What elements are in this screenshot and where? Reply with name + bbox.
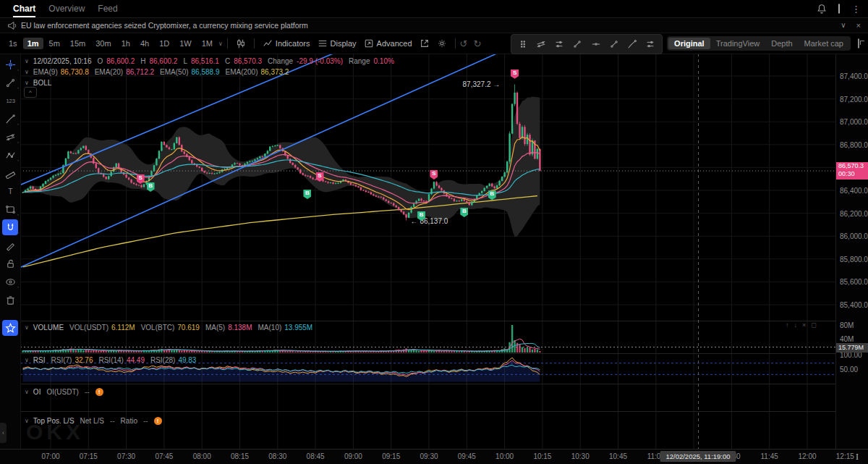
indicators-icon (263, 38, 273, 48)
current-volume-tag: 15.779M (836, 343, 868, 353)
pane-maximize-icon[interactable]: ◻ (811, 321, 816, 329)
advanced-button[interactable]: Advanced (360, 37, 416, 50)
tool-ruler[interactable] (2, 165, 18, 181)
sidebar-collapse-handle[interactable]: ‹ (0, 423, 7, 443)
legend-label: EMA(200) (225, 68, 258, 76)
pane-move-up-icon[interactable]: ↑ (786, 321, 789, 329)
timeframe-5m[interactable]: 5m (45, 38, 64, 49)
display-icon (318, 38, 328, 48)
view-tradingview[interactable]: TradingView (710, 38, 766, 49)
view-market-cap[interactable]: Market cap (799, 38, 849, 49)
pane-close-icon[interactable]: × (802, 321, 806, 329)
oi-title: OI (33, 388, 41, 396)
more-menu-icon[interactable]: ⋮ (851, 4, 861, 14)
horizontal-line-icon[interactable] (587, 37, 604, 51)
tool-numbers[interactable]: 123 (2, 93, 18, 109)
tool-brush[interactable]: › (2, 111, 18, 127)
chart-style-button[interactable] (232, 37, 250, 50)
tool-shapes[interactable]: › (2, 201, 18, 217)
oi-usdt-value: -- (85, 388, 90, 396)
trend-segment-icon[interactable] (569, 37, 586, 51)
tool-magnet[interactable]: › (2, 219, 18, 235)
timeframe-1W[interactable]: 1W (175, 38, 196, 49)
maximize-icon[interactable] (838, 4, 840, 13)
timeframe-dropdown-icon[interactable]: ∨ (218, 41, 223, 47)
time-tick: 08:00 (193, 452, 211, 460)
share-chart-button[interactable] (416, 37, 433, 50)
tab-overview[interactable]: Overview (48, 0, 85, 17)
crosshair-time-badge: 12/02/2025, 11:19:00 (660, 451, 736, 462)
tool-text[interactable]: T (2, 183, 18, 199)
time-tick: 09:45 (458, 452, 476, 460)
collapse-ema-legend-icon[interactable]: ∨ (25, 69, 29, 75)
channel-tool-icon[interactable] (532, 37, 549, 51)
tool-trend-line[interactable]: › (2, 75, 18, 90)
ray-tool-icon[interactable] (605, 37, 622, 51)
time-tick: 09:30 (420, 452, 438, 460)
time-axis[interactable]: 12/02/2025, 11:19:00 I 07:0007:1507:3007… (0, 449, 868, 464)
collapse-toppos-pane-icon[interactable]: ∨ (25, 418, 29, 424)
volume-tick: 40M (840, 335, 854, 343)
toppos-warning-icon[interactable]: ! (154, 417, 162, 425)
legend-label: RSI(7) (51, 356, 72, 364)
tool-patterns[interactable]: › (2, 147, 18, 163)
time-tick: 12:00 (798, 452, 816, 460)
collapse-news-icon[interactable]: ∨ (841, 21, 846, 30)
tab-feed[interactable]: Feed (98, 0, 117, 17)
undo-icon[interactable]: ↺ (460, 38, 468, 49)
collapse-indicators-button[interactable]: ^ (24, 87, 37, 98)
collapse-rsi-pane-icon[interactable]: ∨ (25, 357, 29, 363)
legend-value: 86,730.8 (61, 68, 89, 76)
tab-chart[interactable]: Chart (13, 0, 35, 17)
settings-button[interactable] (433, 37, 451, 50)
window-controls: ⋮ (817, 4, 868, 14)
timeframe-1M[interactable]: 1M (197, 38, 217, 49)
brush-tool-icon[interactable] (624, 37, 641, 51)
price-tick: 86,200.0 (840, 210, 868, 218)
collapse-main-legend-icon[interactable]: ∨ (25, 58, 29, 64)
tool-draw[interactable] (2, 237, 18, 253)
share-icon (420, 38, 430, 48)
price-tick: 86,800.0 (840, 141, 868, 149)
view-depth[interactable]: Depth (765, 38, 798, 49)
timeframe-1m[interactable]: 1m (23, 38, 43, 49)
oi-warning-icon[interactable]: ! (95, 388, 103, 396)
tool-delete[interactable] (2, 292, 18, 308)
view-original[interactable]: Original (668, 38, 710, 49)
display-button[interactable]: Display (314, 37, 360, 50)
timeframe-1D[interactable]: 1D (155, 38, 174, 49)
tool-crosshair[interactable]: › (2, 56, 18, 72)
expand-chart-icon[interactable] (858, 39, 859, 48)
timeframe-1s[interactable]: 1s (4, 38, 22, 49)
time-tick: 11:45 (761, 452, 778, 460)
tool-visibility[interactable]: › (2, 274, 18, 290)
text-cursor-icon: I (856, 452, 859, 463)
tool-favorites[interactable] (2, 320, 18, 336)
collapse-boll-legend-icon[interactable]: ∨ (25, 80, 29, 86)
collapse-volume-pane-icon[interactable]: ∨ (25, 324, 29, 331)
legend-label: RSI(14) (98, 356, 123, 364)
timeframe-15m[interactable]: 15m (66, 38, 90, 49)
redo-icon[interactable]: ↻ (473, 38, 481, 49)
close-news-icon[interactable]: × (856, 21, 861, 30)
collapse-oi-pane-icon[interactable]: ∨ (25, 389, 29, 395)
pane-move-down-icon[interactable]: ↓ (794, 321, 798, 329)
price-axis[interactable]: 87,400.087,200.087,000.086,800.086,600.0… (835, 54, 868, 449)
drag-handle-icon[interactable] (514, 37, 531, 51)
svg-text:T: T (8, 187, 13, 195)
legend-label: VOL(USDT) (69, 324, 109, 332)
news-headline[interactable]: EU law enforcement agencies seized Crypt… (21, 21, 308, 30)
chart-view-switch: OriginalTradingViewDepthMarket cap (667, 36, 851, 51)
tool-lock[interactable] (2, 256, 18, 271)
change-value: -29.9 (-0.03%) (297, 57, 343, 65)
bell-icon[interactable] (817, 4, 827, 14)
svg-text:123: 123 (6, 98, 15, 104)
tool-channels[interactable]: › (2, 129, 18, 145)
timeframe-1h[interactable]: 1h (117, 38, 135, 49)
multi-line-tool-icon[interactable] (551, 37, 568, 51)
line-style-icon[interactable] (642, 37, 659, 51)
news-ticker: EU law enforcement agencies seized Crypt… (0, 18, 868, 33)
indicators-button[interactable]: Indicators (259, 37, 314, 50)
timeframe-4h[interactable]: 4h (136, 38, 153, 49)
timeframe-30m[interactable]: 30m (91, 38, 115, 49)
